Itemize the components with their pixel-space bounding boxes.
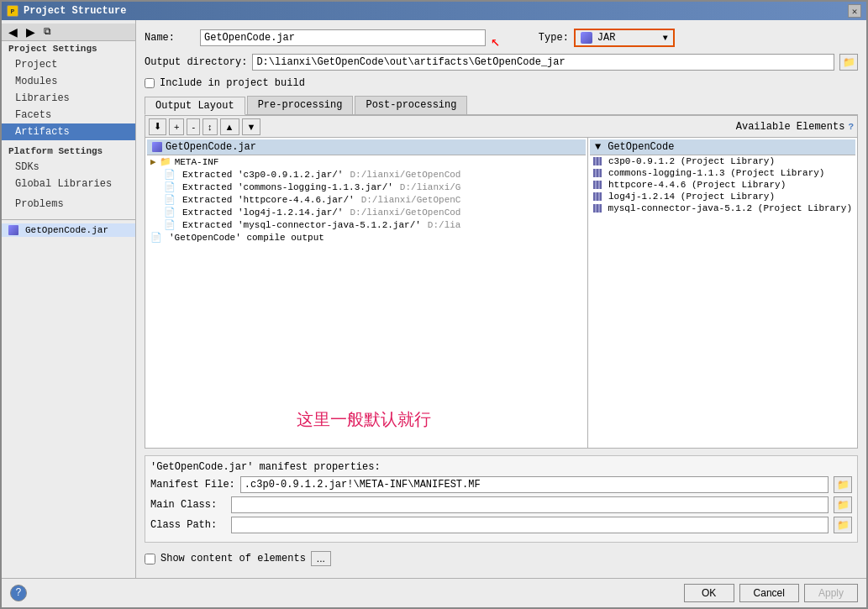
include-build-row: Include in project build [145,77,858,89]
tree-right-header: ▼ GetOpenCode [590,139,855,155]
jar-bar-icon-httpcore [593,181,602,189]
tree-item-compile-output[interactable]: 📄 'GetOpenCode' compile output [147,231,586,244]
file-icon-compile: 📄 [150,232,162,243]
artifact-list-item[interactable]: GetOpenCode.jar [2,223,135,237]
apply-button[interactable]: Apply [804,584,858,602]
type-label: Type: [539,32,569,44]
sidebar-item-libraries[interactable]: Libraries [2,90,135,107]
sidebar-item-project[interactable]: Project [2,56,135,73]
main-class-row: Main Class: 📁 [150,496,852,513]
cancel-button[interactable]: Cancel [739,584,799,602]
close-button[interactable]: ✕ [848,4,861,18]
tree-right-item-commons[interactable]: commons-logging-1.1.3 (Project Library) [590,167,855,179]
sort-content-btn[interactable]: ↕ [203,118,218,135]
tab-output-layout[interactable]: Output Layout [145,97,245,115]
show-content-checkbox[interactable] [145,554,155,564]
class-path-row: Class Path: 📁 [150,517,852,533]
help-available-icon[interactable]: ? [848,122,854,132]
window-icon: P [7,5,18,17]
tree-right-item-httpcore[interactable]: httpcore-4.4.6 (Project Library) [590,179,855,191]
file-icon-mysql: 📄 [164,219,176,230]
class-path-input[interactable] [231,517,829,533]
tree-item-log4j[interactable]: 📄 Extracted 'log4j-1.2.14.jar/' D:/lianx… [147,206,586,218]
back-button[interactable]: ◀ [5,25,21,39]
jar-icon [8,225,18,235]
show-content-row: Show content of elements ... [145,548,858,570]
output-dir-row: Output directory: 📁 [145,54,858,71]
tree-right-item-mysql[interactable]: mysql-connector-java-5.1.2 (Project Libr… [590,202,855,214]
up-content-btn[interactable]: ▲ [220,118,239,135]
add-content-btn[interactable]: + [169,118,184,135]
type-select[interactable]: JAR ▼ [574,29,675,47]
sidebar-item-global-libraries[interactable]: Global Libraries [2,176,135,192]
main-class-label: Main Class: [150,499,226,511]
tree-item-meta-inf[interactable]: ▶ 📁 META-INF [147,155,586,168]
include-build-checkbox[interactable] [145,78,155,88]
left-toolbar: ◀ ▶ ⧉ [2,24,135,41]
content-area: ⬇ + - ↕ ▲ ▼ Available Elements ? [145,115,858,449]
manifest-file-browse-btn[interactable]: 📁 [834,476,852,493]
manifest-file-label: Manifest File: [150,479,235,491]
manifest-file-input[interactable] [240,476,829,493]
tree-item-mysql[interactable]: 📄 Extracted 'mysql-connector-java-5.1.2.… [147,218,586,231]
forward-button[interactable]: ▶ [23,25,39,39]
expand-arrow-icon: ▶ [150,156,156,167]
sidebar: ◀ ▶ ⧉ Project Settings Project Modules L… [2,20,136,578]
show-content-label: Show content of elements [160,553,306,564]
dropdown-arrow-icon: ▼ [663,34,668,43]
main-class-input[interactable] [231,496,829,513]
project-settings-header: Project Settings [2,41,135,56]
ok-button[interactable]: OK [684,584,734,602]
output-dir-browse-button[interactable]: 📁 [839,54,858,71]
file-icon-log4j: 📄 [164,207,176,218]
jar-bar-icon-commons [593,169,602,177]
bottom-buttons: ? OK Cancel Apply [2,578,866,607]
tree-left: GetOpenCode.jar ▶ 📁 META-INF 📄 Extracted… [145,138,588,448]
file-icon-commons: 📄 [164,181,176,192]
window-title: Project Structure [24,5,126,17]
copy-icon: ⧉ [44,26,51,38]
name-input[interactable] [200,29,486,46]
output-dir-label: Output directory: [145,56,247,68]
tab-post-processing[interactable]: Post-processing [355,96,467,114]
arrow-annotation: ↖ [491,32,500,50]
title-bar: P Project Structure ✕ [2,2,866,20]
tree-item-httpcore[interactable]: 📄 Extracted 'httpcore-4.4.6.jar/' D:/lia… [147,193,586,206]
available-elements-label: Available Elements ? [736,121,854,133]
tree-right-item-log4j[interactable]: log4j-1.2.14 (Project Library) [590,191,855,202]
remove-content-btn[interactable]: - [187,118,200,135]
platform-settings-header: Platform Settings [2,144,135,159]
tree-item-c3p0[interactable]: 📄 Extracted 'c3p0-0.9.1.2.jar/' D:/lianx… [147,168,586,181]
manifest-file-row: Manifest File: 📁 [150,476,852,493]
sidebar-item-sdks[interactable]: SDKs [2,159,135,176]
down-content-btn[interactable]: ▼ [242,118,261,135]
include-build-label: Include in project build [160,77,305,89]
output-dir-input[interactable] [252,54,834,71]
tree-item-commons-logging[interactable]: 📄 Extracted 'commons-logging-1.1.3.jar/'… [147,181,586,193]
name-row: Name: ↖ Type: JAR ▼ [145,29,858,47]
sidebar-item-problems[interactable]: Problems [2,196,135,213]
jar-left-header-icon [152,142,162,152]
jar-bar-icon-c3p0 [593,157,602,165]
tree-right-item-c3p0[interactable]: c3p0-0.9.1.2 (Project Library) [590,155,855,167]
tree-area: GetOpenCode.jar ▶ 📁 META-INF 📄 Extracted… [145,138,857,448]
expand-right-icon: ▼ [595,141,601,153]
tree-right: ▼ GetOpenCode c3p0-0.9.1.2 (Project Libr… [588,138,857,448]
name-label: Name: [145,32,195,44]
class-path-browse-btn[interactable]: 📁 [834,517,852,533]
main-class-browse-btn[interactable]: 📁 [834,496,852,513]
tab-pre-processing[interactable]: Pre-processing [247,96,354,114]
sidebar-item-facets[interactable]: Facets [2,107,135,123]
move-into-btn[interactable]: ⬇ [149,118,166,135]
sidebar-item-artifacts[interactable]: Artifacts [2,123,135,140]
manifest-section: 'GetOpenCode.jar' manifest properties: M… [145,455,858,543]
sidebar-item-modules[interactable]: Modules [2,73,135,90]
tree-left-header: GetOpenCode.jar [147,139,586,155]
jar-bar-icon-mysql [593,204,602,213]
dots-button[interactable]: ... [311,551,331,566]
file-icon-c3p0: 📄 [164,169,176,180]
class-path-label: Class Path: [150,519,226,531]
right-panel: Name: ↖ Type: JAR ▼ Output directory: 📁 [136,20,866,578]
help-button[interactable]: ? [10,585,27,601]
content-toolbar: ⬇ + - ↕ ▲ ▼ Available Elements ? [145,116,857,138]
